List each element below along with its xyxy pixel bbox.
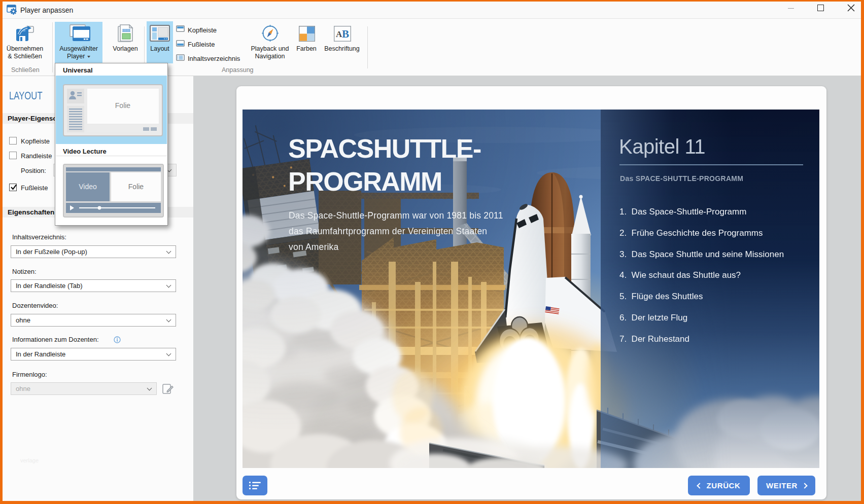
svg-text:Folie: Folie — [115, 101, 131, 110]
svg-text:Video: Video — [79, 183, 97, 191]
svg-text:B: B — [342, 28, 349, 40]
svg-text:Folie: Folie — [128, 183, 144, 191]
